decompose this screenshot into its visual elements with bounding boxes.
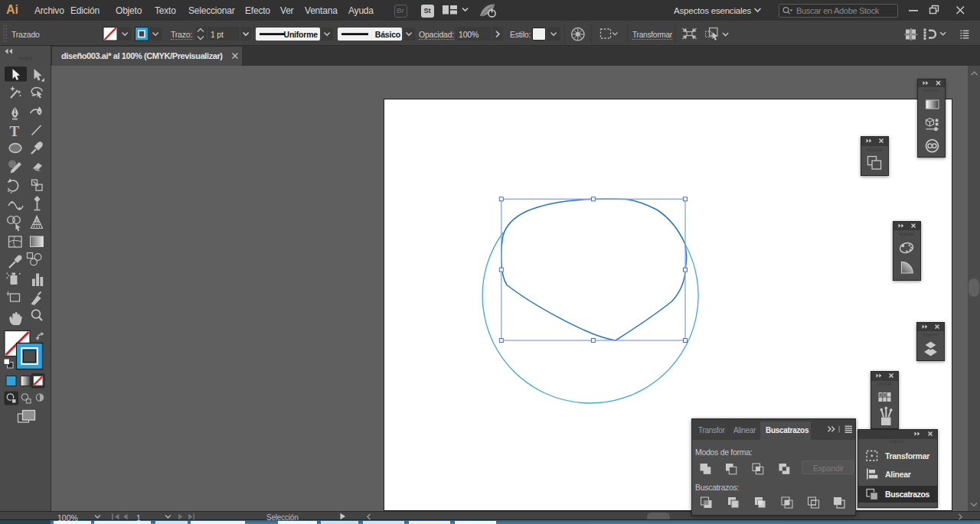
svg-text:T: T [10, 123, 20, 139]
